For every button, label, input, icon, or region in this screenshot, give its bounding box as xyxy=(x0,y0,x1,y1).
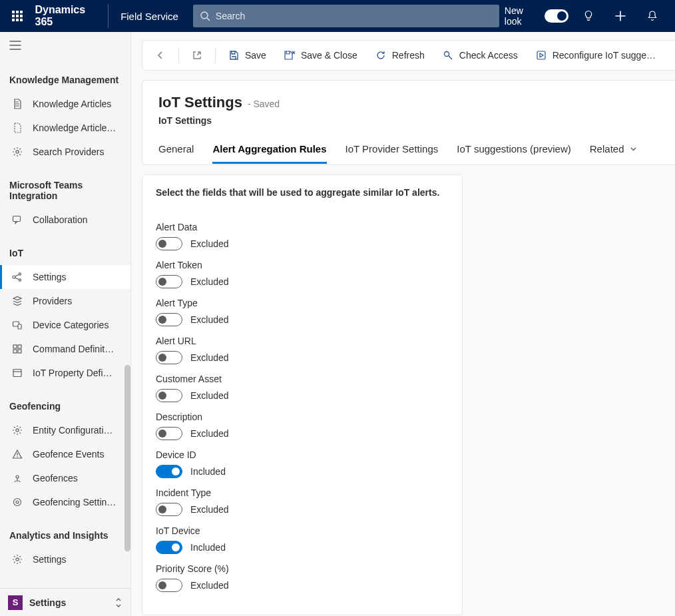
nav-item-iot-providers[interactable]: Providers xyxy=(0,289,130,313)
back-button[interactable] xyxy=(146,40,174,71)
field-row: Excluded xyxy=(156,579,449,592)
aggregation-field: Alert DataExcluded xyxy=(156,222,449,250)
aggregation-field: Alert URLExcluded xyxy=(156,336,449,364)
panel-lead: Select the fields that will be used to a… xyxy=(156,187,449,198)
field-label: Customer Asset xyxy=(156,374,449,384)
svg-rect-11 xyxy=(13,350,17,353)
toggle[interactable] xyxy=(156,237,182,250)
separator xyxy=(215,47,216,63)
nav-item-iot-property-definitions[interactable]: IoT Property Defi… xyxy=(0,361,130,385)
nav-item-geofences[interactable]: Geofences xyxy=(0,466,130,490)
tab-alert-aggregation[interactable]: Alert Aggregation Rules xyxy=(212,143,326,164)
field-row: Excluded xyxy=(156,313,449,326)
chevron-down-icon xyxy=(630,143,637,154)
nav-item-label: Geofencing Settin… xyxy=(33,497,116,507)
svg-point-20 xyxy=(444,52,449,57)
saved-indicator: - Saved xyxy=(248,99,280,109)
graph-icon xyxy=(11,271,23,283)
svg-point-14 xyxy=(16,429,19,432)
aggregation-field: DescriptionExcluded xyxy=(156,412,449,440)
new-look-toggle[interactable]: New look xyxy=(505,5,569,27)
nav-item-search-providers[interactable]: Search Providers xyxy=(0,140,130,164)
open-external-icon xyxy=(191,49,203,61)
toggle[interactable] xyxy=(156,503,182,516)
tab-label: IoT suggestions (preview) xyxy=(457,143,570,154)
aggregation-field: Customer AssetExcluded xyxy=(156,374,449,402)
open-in-new-button[interactable] xyxy=(183,40,211,71)
nav-item-command-definitions[interactable]: Command Definit… xyxy=(0,337,130,361)
save-button[interactable]: Save xyxy=(220,40,274,71)
brand-label[interactable]: Dynamics 365 xyxy=(33,4,109,28)
nav-item-knowledge-articles[interactable]: Knowledge Articles xyxy=(0,92,130,116)
toggle[interactable] xyxy=(156,313,182,326)
bell-icon xyxy=(646,10,658,22)
tab-general[interactable]: General xyxy=(158,143,194,164)
refresh-button[interactable]: Refresh xyxy=(367,40,433,71)
sidebar-collapse-button[interactable] xyxy=(0,32,130,59)
field-label: Alert Token xyxy=(156,260,449,270)
check-access-button[interactable]: Check Access xyxy=(434,40,526,71)
nav-item-geofencing-settings[interactable]: Geofencing Settin… xyxy=(0,490,130,514)
reconfigure-button[interactable]: Reconfigure IoT sugge… xyxy=(527,40,664,71)
aggregation-field: IoT DeviceIncluded xyxy=(156,525,449,554)
toggle-state: Excluded xyxy=(190,428,229,439)
nav-item-analytics-settings[interactable]: Settings xyxy=(0,547,130,571)
cmd-label: Check Access xyxy=(459,50,518,61)
sidebar-scroll[interactable]: Knowledge Management Knowledge Articles … xyxy=(0,59,130,588)
command-bar: Save Save & Close Refresh Check Access xyxy=(142,40,675,71)
toggle-state: Included xyxy=(190,466,226,477)
nav-item-label: Collaboration xyxy=(33,214,88,225)
reconfigure-icon xyxy=(535,49,547,61)
svg-rect-8 xyxy=(18,324,21,329)
nav-item-label: Geofences xyxy=(33,473,78,483)
toggle[interactable] xyxy=(156,579,182,592)
save-close-button[interactable]: Save & Close xyxy=(276,40,365,71)
nav-item-iot-settings[interactable]: Settings xyxy=(0,265,130,289)
toggle[interactable] xyxy=(156,389,182,402)
save-close-icon xyxy=(284,49,296,61)
stack-icon xyxy=(11,295,23,307)
aggregation-field: Incident TypeExcluded xyxy=(156,487,449,516)
save-icon xyxy=(228,49,240,61)
app-name[interactable]: Field Service xyxy=(111,11,188,22)
toggle[interactable] xyxy=(156,351,182,364)
tab-iot-suggestions[interactable]: IoT suggestions (preview) xyxy=(457,143,570,164)
nav-item-label: Knowledge Articles xyxy=(33,99,111,109)
add-button[interactable] xyxy=(606,0,635,32)
search-input[interactable]: Search xyxy=(193,5,499,27)
notifications-button[interactable] xyxy=(638,0,667,32)
aggregation-field: Device IDIncluded xyxy=(156,450,449,478)
nav-item-entity-configuration[interactable]: Entity Configurati… xyxy=(0,418,130,442)
toggle[interactable] xyxy=(156,465,182,478)
nav-item-collaboration[interactable]: Collaboration xyxy=(0,208,130,232)
svg-rect-10 xyxy=(18,345,21,348)
nav-item-knowledge-article-templates[interactable]: Knowledge Article… xyxy=(0,116,130,140)
fields-list: Alert DataExcludedAlert TokenExcludedAle… xyxy=(156,222,449,592)
nav-item-label: Command Definit… xyxy=(33,344,114,354)
toggle[interactable] xyxy=(156,541,182,554)
toggle[interactable] xyxy=(156,275,182,288)
hamburger-icon xyxy=(9,41,21,50)
scrollbar-thumb[interactable] xyxy=(124,365,130,551)
svg-rect-9 xyxy=(13,345,17,348)
nav-item-geofence-events[interactable]: Geofence Events xyxy=(0,442,130,466)
nav-section-analytics: Analytics and Insights xyxy=(0,526,130,547)
sidebar-scrollbar[interactable] xyxy=(124,365,130,588)
sidebar: Knowledge Management Knowledge Articles … xyxy=(0,32,131,616)
tab-iot-provider[interactable]: IoT Provider Settings xyxy=(345,143,439,164)
toggle[interactable] xyxy=(156,427,182,440)
svg-point-19 xyxy=(16,558,19,561)
app-launcher[interactable] xyxy=(5,0,30,32)
area-switcher[interactable]: S Settings xyxy=(0,588,130,616)
help-button[interactable] xyxy=(574,0,603,32)
tab-related[interactable]: Related xyxy=(590,143,637,164)
field-label: Alert Type xyxy=(156,298,449,308)
tabs: General Alert Aggregation Rules IoT Prov… xyxy=(158,143,659,164)
arrow-left-icon xyxy=(154,49,166,61)
aggregation-field: Alert TokenExcluded xyxy=(156,260,449,288)
nav-item-label: Entity Configurati… xyxy=(33,425,113,436)
field-row: Excluded xyxy=(156,237,449,250)
chat-icon xyxy=(11,214,23,226)
nav-item-device-categories[interactable]: Device Categories xyxy=(0,313,130,337)
svg-point-6 xyxy=(19,279,21,281)
